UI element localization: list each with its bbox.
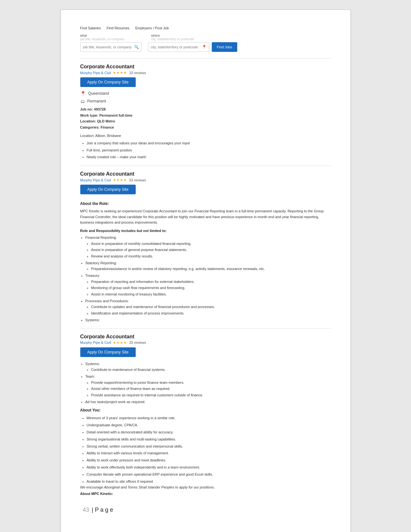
top-nav: Find Salaries Find Resumes Employers / P… — [80, 26, 331, 30]
location-text-1: Queensland — [88, 91, 109, 96]
job-card-2: Corporate Accountant Murphy Pipe & Civil… — [80, 171, 331, 323]
about-you-list: Minimum of 3 years' experience working i… — [80, 415, 331, 485]
search-icon: 🔍 — [134, 45, 139, 49]
role-item-3: Processes and Procedures: Contribute to … — [85, 298, 331, 316]
team-label: Team: — [85, 374, 95, 378]
about-role-text: MPC Kinetic is seeking an experienced Co… — [80, 208, 331, 226]
search-section: what job title, keywords, or company whe… — [80, 34, 331, 52]
role-sub-3-0: Contribute to updates and maintenance of… — [91, 304, 331, 310]
location-val: QLD Metro — [97, 119, 115, 123]
location-detail-1: Location: Albion, Brisbane — [80, 134, 331, 138]
location-row-1: 📍 Queensland — [80, 91, 331, 96]
encourage-text: We encourage Aboriginal and Torres Strai… — [80, 485, 331, 489]
ay-item-6: Ability to work under pressure and meet … — [87, 457, 331, 464]
stars-3: ★★★★ — [113, 341, 127, 345]
job-title-1: Corporate Accountant — [80, 64, 331, 70]
about-you-heading: About You: — [80, 408, 331, 412]
company-name-1[interactable]: Murphy Pipe & Civil — [80, 71, 111, 75]
team-item: Team: Provide support/mentoring to junio… — [85, 373, 331, 398]
categories-label: Categories: — [80, 125, 100, 129]
systems-sub-0: Contribute to maintenance of financial s… — [91, 367, 331, 373]
bullet-1-1: Join a company that values your ideas an… — [87, 140, 331, 147]
what-sublabel: job title, keywords, or company — [80, 37, 145, 41]
where-label: where — [151, 34, 216, 37]
company-line-2: Murphy Pipe & Civil ★★★★ 33 reviews — [80, 178, 331, 182]
adhoc-item: Ad hoc tasks/project work as required. — [85, 399, 331, 405]
team-sub-1: Assist other members of finance team as … — [91, 386, 331, 392]
what-label: what — [80, 34, 145, 37]
role-sub-2-0: Preparation of reporting and information… — [91, 279, 331, 285]
location-icon: 📍 — [202, 45, 207, 49]
team-sub-2: Provide assistance as required to intern… — [91, 392, 331, 398]
ay-item-0: Minimum of 3 years' experience working i… — [87, 415, 331, 421]
role-sub-2-1: Monitoring of group cash flow requiremen… — [91, 285, 331, 291]
divider-1 — [80, 58, 331, 59]
apply-button-2[interactable]: Apply On Company Site — [80, 185, 136, 194]
role-label-1: Statutory Reporting: — [85, 261, 117, 265]
role-sub-0-1: Assist in preparation of general purpose… — [91, 247, 331, 253]
job-no-val: 493728 — [94, 107, 106, 111]
categories-val: Finance — [101, 125, 114, 129]
job-title-2: Corporate Accountant — [80, 171, 331, 177]
role-responsibility-heading: Role and Responsibility includes but not… — [80, 229, 331, 233]
ay-item-7: Ability to work effectively both indepen… — [87, 464, 331, 471]
job-no-label: Job no: — [80, 107, 93, 111]
ay-item-3: Strong organisational skills and multi-t… — [87, 436, 331, 443]
role-item-2: Treasury: Preparation of reporting and i… — [85, 273, 331, 297]
apply-button-1[interactable]: Apply On Company Site — [80, 77, 136, 87]
work-type-val: Permanent full-time — [99, 113, 132, 117]
about-mpc-heading: About MPC Kinetic: — [80, 492, 331, 496]
nav-find-salaries[interactable]: Find Salaries — [80, 26, 101, 30]
nav-employers[interactable]: Employers / Post Job — [135, 26, 169, 30]
role-item-4: Systems: — [85, 317, 331, 323]
find-jobs-button[interactable]: Find Jobs — [212, 42, 238, 52]
role-list: Financial Reporting: Assist in preparati… — [80, 235, 331, 323]
ay-item-4: Strong verbal, written communication and… — [87, 443, 331, 450]
reviews-2: 33 reviews — [129, 178, 146, 182]
company-name-3[interactable]: Murphy Pipe & Civil — [80, 341, 111, 344]
job-bullets-1: Join a company that values your ideas an… — [80, 140, 331, 160]
bullet-1-2: Full time, permanent position — [87, 147, 331, 154]
work-type-icon-1: 🗂 — [80, 99, 85, 104]
role-label-2: Treasury: — [85, 274, 100, 277]
work-type-text-1: Permanent — [87, 99, 106, 103]
role-item-1: Statutory Reporting: Preparation/assista… — [85, 260, 331, 272]
stars-2: ★★★★ — [113, 178, 127, 182]
work-type-label: Work type: — [80, 113, 99, 117]
company-line-3: Murphy Pipe & Civil ★★★★ 33 reviews — [80, 341, 331, 345]
job-title-3: Corporate Accountant — [80, 334, 331, 340]
reviews-3: 33 reviews — [129, 341, 146, 344]
ay-item-9: Available to travel to site offices if r… — [87, 479, 331, 485]
team-sub-0: Provide support/mentoring to junior fina… — [91, 380, 331, 386]
job-card-1: Corporate Accountant Murphy Pipe & Civil… — [80, 64, 331, 160]
page-footer: 43| P a g e — [80, 505, 331, 514]
divider-3 — [80, 328, 331, 329]
location-pin-icon-1: 📍 — [80, 91, 86, 96]
role-label-0: Financial Reporting: — [85, 236, 117, 239]
role-label-4: Systems: — [85, 318, 100, 322]
page-label: | P a g e — [92, 507, 113, 513]
role-label-3: Processes and Procedures: — [85, 299, 129, 303]
systems-item: Systems: Contribute to maintenance of fi… — [85, 361, 331, 373]
systems-team-list: Systems: Contribute to maintenance of fi… — [80, 361, 331, 405]
stars-1: ★★★★ — [113, 71, 127, 75]
nav-find-resumes[interactable]: Find Resumes — [107, 26, 130, 30]
role-sub-2-2: Assist in internal monitoring of treasur… — [91, 291, 331, 297]
apply-button-3[interactable]: Apply On Company Site — [80, 347, 136, 357]
ay-item-1: Undergraduate degree, CPA/CA. — [87, 422, 331, 429]
ay-item-5: Ability to interact with various levels … — [87, 450, 331, 457]
ay-item-8: Computer literate with proven operationa… — [87, 471, 331, 478]
bullet-1-3: Newly created role – make your mark! — [87, 154, 331, 160]
job-card-3: Corporate Accountant Murphy Pipe & Civil… — [80, 334, 331, 496]
job-meta-1: Job no: 493728 Work type: Permanent full… — [80, 106, 331, 131]
about-role-heading: About the Role: — [80, 201, 331, 206]
what-input[interactable] — [80, 42, 142, 52]
company-line-1: Murphy Pipe & Civil ★★★★ 33 reviews — [80, 71, 331, 75]
company-name-2[interactable]: Murphy Pipe & Civil — [80, 178, 111, 182]
where-sublabel: city, state/territory or postcode — [151, 37, 216, 41]
location-label: Location: — [80, 119, 96, 123]
role-sub-0-2: Review and analysis of monthly results. — [91, 253, 331, 259]
role-item-0: Financial Reporting: Assist in preparati… — [85, 235, 331, 259]
where-input[interactable] — [148, 42, 209, 52]
role-sub-1-0: Preparation/assistance in and/or review … — [91, 266, 331, 272]
